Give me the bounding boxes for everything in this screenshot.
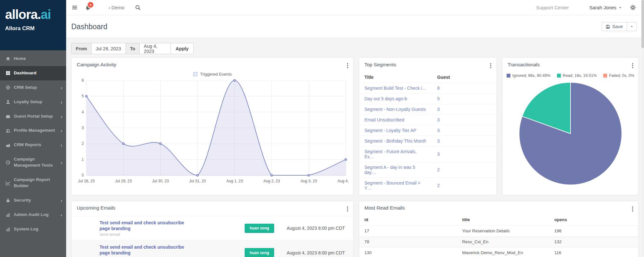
from-date-input[interactable]: Jul 28, 2023	[91, 43, 126, 54]
brand-logo: allora.ai	[5, 8, 62, 21]
campaign-activity-card: Campaign Activity Triggered Events 01234…	[71, 57, 354, 195]
segment-guest-count: 3	[432, 104, 497, 114]
most-read-col-id: id	[359, 214, 457, 226]
segment-title-link[interactable]: Segment Build Test - Check i…	[359, 83, 432, 93]
from-label: From	[72, 43, 91, 54]
pie-legend-item[interactable]: Read; 16x, 19.51%	[557, 73, 597, 78]
svg-text:Aug 3, 23: Aug 3, 23	[300, 179, 317, 183]
settings-button[interactable]	[630, 5, 636, 10]
most-read-row: 17 Your Reservation Details 196	[359, 225, 639, 236]
pie-legend-item[interactable]: Failed; 0x, 0%	[603, 73, 634, 78]
sidebar-item-label: Profile Management	[14, 128, 59, 134]
segment-row: Segment - Loyalty Tier AP 3	[359, 125, 497, 136]
content-area: From Jul 28, 2023 To Aug 4, 2023 Apply C…	[66, 38, 644, 257]
support-center-link[interactable]: Support Center	[536, 5, 569, 10]
email-id: 130	[359, 247, 457, 257]
transactionals-card-menu-button[interactable]	[631, 62, 634, 70]
segment-row: Email Unsubscribed 3	[359, 114, 497, 125]
most-read-table: id title opens 17 Your Reservation Detai…	[359, 214, 639, 257]
upcoming-card-menu-button[interactable]	[346, 205, 349, 213]
search-button[interactable]	[135, 5, 141, 10]
chevron-left-icon	[61, 212, 62, 217]
svg-text:Jul 28, 23: Jul 28, 23	[78, 179, 95, 183]
save-button[interactable]: Save	[602, 22, 627, 31]
segment-title-link[interactable]: Segment A - day in was 5 day…	[359, 162, 432, 178]
segment-title-link[interactable]: Segment - Loyalty Tier AP	[359, 125, 432, 136]
segment-title-link[interactable]: Day out 5 days ago-b	[359, 93, 432, 104]
segment-title-link[interactable]: Segment - Bounced Email = Y…	[359, 178, 432, 193]
sidebar-item-label: CRM Setup	[14, 85, 59, 91]
chevron-left-icon	[61, 85, 62, 90]
sidebar-item[interactable]: Admin Audit Log	[0, 208, 66, 222]
segment-title-link[interactable]: Segment - Birthday This Month	[359, 136, 432, 146]
legend-swatch-icon	[507, 74, 510, 78]
most-read-col-title: title	[457, 214, 549, 226]
segments-card-menu-button[interactable]	[489, 62, 492, 70]
most-read-col-opens: opens	[549, 214, 639, 226]
segment-guest-count: 3	[432, 146, 497, 162]
segment-title-link[interactable]: Segment - Future Arrivals, Ex…	[359, 146, 432, 162]
svg-text:6: 6	[82, 78, 84, 83]
email-title-link[interactable]: Test send email and check unsubscribe pa…	[100, 244, 191, 256]
sidebar-item[interactable]: Loyalty Setup	[0, 95, 66, 109]
line-chart-legend[interactable]: Triggered Events	[72, 72, 353, 77]
email-subtitle: send temail	[100, 232, 245, 237]
sidebar-item[interactable]: Campaign Management Tools	[0, 152, 66, 173]
most-read-card-menu-button[interactable]	[631, 205, 634, 213]
pie-legend-item[interactable]: Ignored; 66x, 80.49%	[507, 73, 551, 78]
upcoming-emails-card: Upcoming Emails Test send email and chec…	[71, 201, 354, 257]
segment-title-link[interactable]: Segment - Non-Loyalty Guests	[359, 104, 432, 114]
most-read-title: Most Read Emails	[364, 205, 405, 211]
sidebar-item[interactable]: Security	[0, 193, 66, 208]
sidebar-item[interactable]: Dashboard	[0, 66, 66, 80]
segment-row: Segment A - day in was 5 day… 2	[359, 162, 497, 178]
email-title-link[interactable]: Test send email and check unsubscribe pa…	[100, 220, 191, 231]
logo-main: allora	[5, 7, 38, 21]
svg-text:Jul 31, 23: Jul 31, 23	[189, 179, 206, 183]
bar-chart-icon	[6, 227, 10, 231]
sidebar-item[interactable]: System Log	[0, 222, 66, 236]
pie-legend-label: Read; 16x, 19.51%	[563, 73, 597, 78]
chart-line-icon	[6, 181, 10, 185]
to-date-input[interactable]: Aug 4, 2023	[140, 43, 171, 54]
hamburger-menu-button[interactable]	[72, 5, 77, 10]
scrollbar	[641, 0, 644, 257]
sidebar-item-label: Home	[14, 56, 62, 62]
email-datetime: August 4, 2023 8:00 pm CDT	[287, 226, 348, 231]
sidebar-item-label: CRM Reports	[14, 142, 59, 148]
pie-legend-label: Failed; 0x, 0%	[609, 73, 634, 78]
sidebar-nav: Home Dashboard CRM Setup Loyalty Setup	[0, 50, 66, 236]
segments-col-guest: Guest	[432, 71, 497, 83]
most-read-emails-card: Most Read Emails id title opens 17	[359, 201, 639, 257]
email-title: Maverick Demo_Resv_Mod_En	[457, 247, 549, 257]
sidebar-item[interactable]: Campaign Report Builder	[0, 173, 66, 193]
sidebar-item[interactable]: Guest Portal Setup	[0, 109, 66, 124]
search-icon	[135, 5, 141, 10]
segments-col-title: Title	[359, 71, 432, 83]
sidebar-item[interactable]: CRM Reports	[0, 138, 66, 152]
notification-badge	[88, 2, 93, 8]
caret-down-icon	[630, 25, 633, 28]
campaign-activity-title: Campaign Activity	[77, 62, 116, 68]
legend-label: Triggered Events	[200, 72, 232, 77]
segment-title-link[interactable]: Email Unsubscribed	[359, 114, 432, 125]
segment-guest-count: 5	[432, 93, 497, 104]
apply-button[interactable]: Apply	[171, 43, 193, 54]
campaign-card-menu-button[interactable]	[346, 62, 349, 70]
svg-text:Aug 2, 23: Aug 2, 23	[263, 179, 280, 183]
user-menu[interactable]: Sarah Jones	[589, 5, 622, 10]
svg-text:1: 1	[82, 157, 84, 162]
email-id: 17	[359, 225, 457, 236]
scrollbar-thumb[interactable]	[641, 0, 644, 48]
notifications-button[interactable]	[85, 5, 91, 10]
sidebar-item[interactable]: Home	[0, 52, 66, 66]
save-dropdown-button[interactable]	[627, 22, 637, 31]
topbar: ‹ Demo Support Center Sarah Jones	[66, 0, 644, 15]
lock-icon	[6, 198, 10, 203]
sidebar-item[interactable]: CRM Setup	[0, 80, 66, 95]
save-icon	[606, 25, 610, 29]
segment-guest-count: 3	[432, 125, 497, 136]
page-title: Dashboard	[71, 22, 108, 31]
home-icon	[6, 56, 10, 61]
sidebar-item[interactable]: Profile Management	[0, 123, 66, 138]
